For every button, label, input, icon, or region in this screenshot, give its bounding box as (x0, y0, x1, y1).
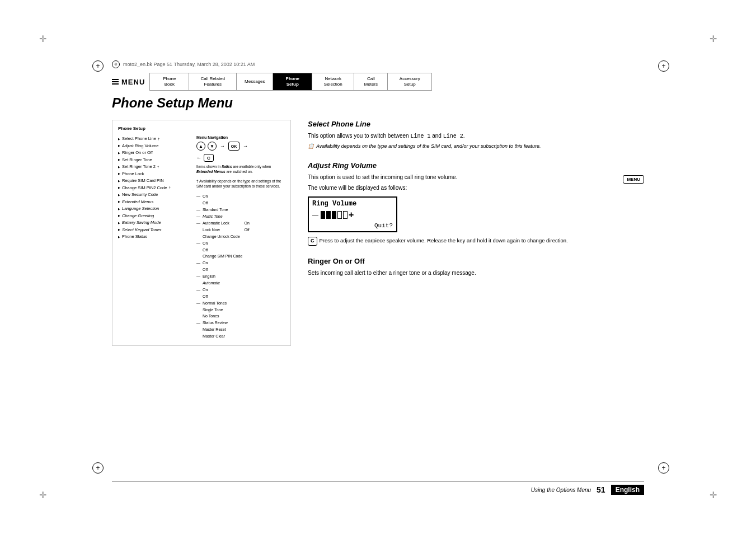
submenu-dash-kt: — (196, 300, 200, 307)
standard-tone-submenu: — Standard Tone (196, 207, 285, 213)
battery-submenu: — On Off (196, 287, 285, 300)
music-tone-submenu: — Music Tone (196, 213, 285, 220)
menu-item-8: New Security Code (118, 191, 191, 199)
submenu-dash-mt: — (196, 213, 200, 220)
ring-volume-quit: Quit? (312, 222, 393, 229)
em-off: Off (203, 266, 208, 273)
section-ringer-on-off: Ringer On or Off Sets incoming call aler… (308, 257, 644, 277)
note-icon-spl: 📋 (308, 143, 314, 150)
section-title-spl: Select Phone Line (308, 120, 644, 128)
submenu-dash-ls: — (196, 273, 200, 280)
vol-seg-4 (337, 211, 342, 219)
nav-back-key-row: ← C (196, 154, 285, 162)
menu-item-7: Change SIM PIN2 Code† (118, 185, 191, 192)
ps-clear: Master Clear (203, 333, 228, 340)
nav-item-phonebook[interactable]: PhoneBook (149, 73, 189, 91)
nav-bar: MENU PhoneBook Call RelatedFeatures Mess… (112, 72, 644, 92)
menu-item-9: Extended Menus (118, 199, 191, 206)
page-number: 51 (597, 485, 605, 494)
vol-minus: — (312, 212, 318, 218)
menu-right: Menu Navigation ▲ ▼ → OK → ← C (196, 135, 285, 340)
menu-item-4: Set Ringer Tone 2† (118, 163, 191, 171)
extmenus-options: On Off (203, 260, 208, 273)
nav-arrow: → (220, 143, 225, 149)
bs-off: Off (203, 293, 208, 300)
submenu-dash-ringer: — (196, 193, 200, 200)
ringer-opt-off: Off (203, 200, 208, 207)
ringer-options: On Off (203, 193, 208, 207)
circle-target-icon: ⊕ (112, 60, 120, 68)
crop-mark-br: ✛ (710, 490, 717, 500)
main-content: Phone Setup Menu Phone Setup Select Phon… (112, 95, 644, 467)
nav-item-accessorysetup[interactable]: AccessorySetup (387, 73, 432, 91)
keypad-submenu: — Normal Tones Single Tone No Tones (196, 300, 285, 320)
simpin2-submenu: — On Off Change SIM PIN Code (196, 240, 285, 260)
pl-auto: Automatic Lock (203, 220, 240, 227)
menu-text: MENU (121, 78, 145, 86)
pl-off: Off (245, 227, 250, 233)
reg-mark-tr (658, 60, 669, 72)
ring-volume-title: Ring Volume (312, 200, 393, 208)
section-adjust-ring-volume: Adjust Ring Volume MENU This option is u… (308, 161, 644, 246)
menu-item-6: Require SIM Card PIN (118, 177, 191, 185)
line2-code: Line 2 (443, 133, 463, 139)
ps-review: Status Review (203, 320, 228, 326)
submenu-dash-bs: — (196, 287, 200, 293)
nav-item-phonesetup[interactable]: PhoneSetup (273, 73, 312, 91)
nav-back-arrow: ← (196, 155, 201, 161)
submenu-dash-pl: — (196, 220, 200, 227)
press-key-c: C (308, 237, 317, 246)
press-instruction: C Press to adjust the earpiece speaker v… (308, 237, 644, 246)
menu-item-13: Select Keypad Tones (118, 227, 191, 234)
music-tone-opt: Music Tone (203, 213, 223, 220)
menu-item-3: Set Ringer Tone (118, 157, 191, 164)
language-label: English (611, 485, 644, 495)
section-note-spl: 📋 Availability depends on the type and s… (308, 143, 644, 150)
reg-mark-tl (92, 60, 104, 72)
menu-item-14: Phone Status (118, 233, 191, 241)
right-column: Select Phone Line This option allows you… (308, 120, 644, 288)
lang-options: English Automatic (203, 273, 220, 287)
crop-mark-tr: ✛ (710, 34, 717, 44)
sp-code: Change SIM PIN Code (203, 253, 242, 260)
pl-on: On (245, 220, 250, 227)
section-title-roo: Ringer On or Off (308, 257, 644, 265)
pl-subopts: On Off (245, 220, 250, 233)
simpin2-options: On Off Change SIM PIN Code (203, 240, 242, 260)
nav-item-networkselection[interactable]: NetworkSelection (312, 73, 354, 91)
menu-item-2: Ringer On or Off (118, 149, 191, 157)
menu-list: Select Phone Line† Adjust Ring Volume Ri… (118, 135, 191, 340)
ringer-opt-on: On (203, 193, 208, 200)
menu-label: MENU (112, 78, 145, 86)
nav-arrow2: → (243, 143, 248, 149)
pl-code: Change Unlock Code (203, 233, 240, 240)
nav-item-callrelated[interactable]: Call RelatedFeatures (189, 73, 236, 91)
menu-side-indicator-wrapper: MENU (623, 173, 644, 184)
sp-off: Off (203, 247, 242, 254)
pl-now: Lock Now (203, 227, 240, 233)
section-text-spl: This option allows you to switch between… (308, 132, 644, 140)
section-text-arv1: This option is used to set the incoming … (308, 173, 644, 181)
section-text-roo: Sets incoming call alert to either a rin… (308, 269, 644, 277)
menu-item-12: Battery Saving Mode (118, 219, 191, 227)
diagram-container: Phone Setup Select Phone Line† Adjust Ri… (112, 120, 291, 346)
section-text-arv2: The volume will be displayed as follows: (308, 184, 644, 192)
nav-item-messages[interactable]: Messages (236, 73, 273, 91)
footer-text: Using the Options Menu (531, 487, 591, 493)
nav-items-container: PhoneBook Call RelatedFeatures Messages … (149, 73, 644, 91)
nav-key-back: C (204, 154, 214, 162)
ringer-submenu: — On Off (196, 193, 285, 207)
menu-item-11: Change Greeting (118, 213, 191, 220)
vol-plus-icon: + (349, 210, 354, 220)
submenu-dash-em: — (196, 260, 200, 266)
menu-side-indicator: MENU (623, 175, 644, 184)
page-footer: Using the Options Menu 51 English (112, 481, 644, 495)
keypad-options: Normal Tones Single Tone No Tones (203, 300, 227, 320)
vol-seg-1 (321, 211, 325, 219)
ring-volume-bar: — + (312, 210, 393, 220)
nav-item-callmeters[interactable]: CallMeters (354, 73, 387, 91)
submenu-container: — On Off — Standard Tone (196, 193, 285, 340)
sp-on: On (203, 240, 242, 247)
nav-key-ok: OK (228, 142, 240, 151)
extmenus-submenu: — On Off (196, 260, 285, 273)
